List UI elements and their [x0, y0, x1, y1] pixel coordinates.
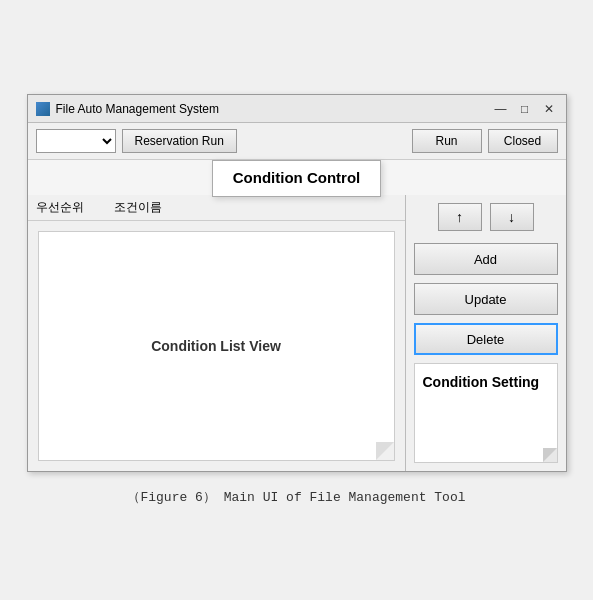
condition-control-label: Condition Control	[233, 169, 360, 186]
closed-button[interactable]: Closed	[488, 129, 558, 153]
condition-control-popup: Condition Control	[212, 160, 381, 197]
title-bar-controls: — □ ✕	[492, 100, 558, 118]
arrow-row: ↑ ↓	[414, 203, 558, 231]
column-headers: 우선순위 조건이름	[28, 195, 405, 221]
condition-setting-corner-icon	[543, 448, 557, 462]
move-down-button[interactable]: ↓	[490, 203, 534, 231]
close-button[interactable]: ✕	[540, 100, 558, 118]
delete-button[interactable]: Delete	[414, 323, 558, 355]
maximize-button[interactable]: □	[516, 100, 534, 118]
col-header-priority: 우선순위	[36, 199, 84, 216]
right-panel: ↑ ↓ Add Update Delete Condition Setting	[406, 195, 566, 471]
minimize-button[interactable]: —	[492, 100, 510, 118]
outer-wrapper: File Auto Management System — □ ✕ Reserv…	[0, 94, 593, 506]
window-frame: File Auto Management System — □ ✕ Reserv…	[27, 94, 567, 472]
move-up-button[interactable]: ↑	[438, 203, 482, 231]
title-bar: File Auto Management System — □ ✕	[28, 95, 566, 123]
main-content: 우선순위 조건이름 Condition List View ↑ ↓ Add Up…	[28, 195, 566, 471]
folded-corner-icon	[376, 442, 394, 460]
dropdown-select[interactable]	[36, 129, 116, 153]
figure-caption: （Figure 6） Main UI of File Management To…	[127, 488, 465, 506]
condition-list-view-label: Condition List View	[151, 338, 281, 354]
window-title: File Auto Management System	[56, 102, 492, 116]
left-panel: 우선순위 조건이름 Condition List View	[28, 195, 406, 471]
reservation-run-button[interactable]: Reservation Run	[122, 129, 237, 153]
col-header-condition-name: 조건이름	[114, 199, 162, 216]
app-icon	[36, 102, 50, 116]
condition-list-view[interactable]: Condition List View	[38, 231, 395, 461]
condition-setting-box: Condition Setting	[414, 363, 558, 463]
popup-area: Condition Control	[28, 160, 566, 197]
condition-setting-label: Condition Setting	[423, 374, 540, 390]
run-button[interactable]: Run	[412, 129, 482, 153]
toolbar: Reservation Run Run Closed	[28, 123, 566, 160]
update-button[interactable]: Update	[414, 283, 558, 315]
add-button[interactable]: Add	[414, 243, 558, 275]
